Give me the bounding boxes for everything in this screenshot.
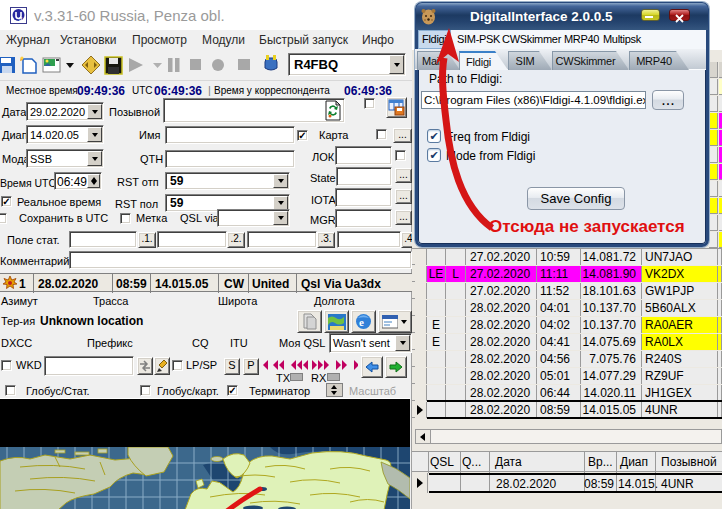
svg-text:e: e: [359, 316, 364, 328]
